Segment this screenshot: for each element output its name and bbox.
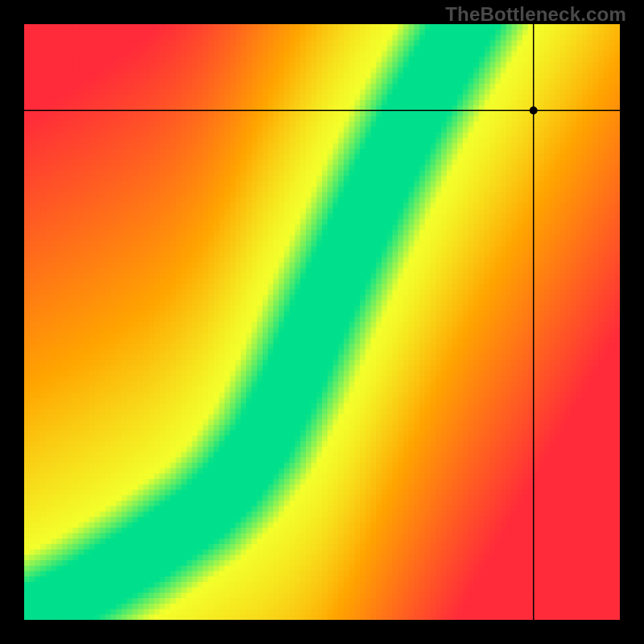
attribution-label: TheBottleneck.com [445, 3, 626, 26]
bottleneck-heatmap [24, 24, 620, 620]
chart-frame: TheBottleneck.com [0, 0, 644, 644]
